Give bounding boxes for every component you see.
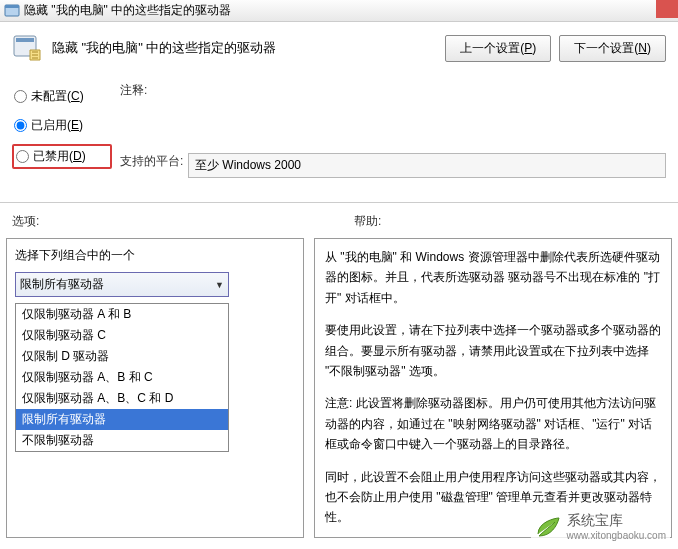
info-column: 注释: 支持的平台: 至少 Windows 2000 <box>120 82 666 188</box>
next-setting-button[interactable]: 下一个设置(N) <box>559 35 666 62</box>
config-area: 未配置(C) 已启用(E) 已禁用(D) 注释: 支持的平台: 至少 Windo… <box>0 78 678 196</box>
drive-combo[interactable]: 限制所有驱动器 ▼ <box>15 272 229 297</box>
help-paragraph: 要使用此设置，请在下拉列表中选择一个驱动器或多个驱动器的组合。要显示所有驱动器，… <box>325 320 661 381</box>
radio-enabled[interactable]: 已启用(E) <box>12 115 112 136</box>
list-item[interactable]: 仅限制驱动器 C <box>16 325 228 346</box>
radio-enabled-label: 已启用(E) <box>31 117 83 134</box>
divider <box>0 202 678 203</box>
platform-row: 支持的平台: 至少 Windows 2000 <box>120 153 666 178</box>
list-item[interactable]: 仅限制驱动器 A、B 和 C <box>16 367 228 388</box>
options-title: 选择下列组合中的一个 <box>15 247 295 264</box>
close-button[interactable] <box>656 0 678 18</box>
radio-disabled-label: 已禁用(D) <box>33 148 86 165</box>
radio-not-configured-input[interactable] <box>14 90 27 103</box>
window-title: 隐藏 "我的电脑" 中的这些指定的驱动器 <box>24 2 231 19</box>
list-item[interactable]: 仅限制驱动器 A、B、C 和 D <box>16 388 228 409</box>
window-icon <box>4 3 20 19</box>
watermark: 系统宝库 www.xitongbaoku.com <box>531 510 671 543</box>
radio-not-configured[interactable]: 未配置(C) <box>12 86 112 107</box>
radio-disabled[interactable]: 已禁用(D) <box>12 144 112 169</box>
list-item[interactable]: 不限制驱动器 <box>16 430 228 451</box>
prev-setting-button[interactable]: 上一个设置(P) <box>445 35 551 62</box>
radio-disabled-input[interactable] <box>16 150 29 163</box>
leaf-icon <box>535 516 561 538</box>
header-title: 隐藏 "我的电脑" 中的这些指定的驱动器 <box>52 39 445 57</box>
title-bar: 隐藏 "我的电脑" 中的这些指定的驱动器 <box>0 0 678 22</box>
platform-label: 支持的平台: <box>120 153 188 178</box>
panels: 选择下列组合中的一个 限制所有驱动器 ▼ 仅限制驱动器 A 和 B 仅限制驱动器… <box>0 238 678 538</box>
policy-icon <box>12 32 44 64</box>
help-panel: 从 "我的电脑" 和 Windows 资源管理器中删除代表所选硬件驱动器的图标。… <box>314 238 672 538</box>
radio-enabled-input[interactable] <box>14 119 27 132</box>
help-paragraph: 注意: 此设置将删除驱动器图标。用户仍可使用其他方法访问驱动器的内容，如通过在 … <box>325 393 661 454</box>
help-paragraph: 从 "我的电脑" 和 Windows 资源管理器中删除代表所选硬件驱动器的图标。… <box>325 247 661 308</box>
platform-value: 至少 Windows 2000 <box>188 153 666 178</box>
section-labels: 选项: 帮助: <box>0 213 678 238</box>
drive-combo-value: 限制所有驱动器 <box>20 276 104 293</box>
header: 隐藏 "我的电脑" 中的这些指定的驱动器 上一个设置(P) 下一个设置(N) <box>0 22 678 78</box>
nav-buttons: 上一个设置(P) 下一个设置(N) <box>445 35 666 62</box>
list-item[interactable]: 仅限制驱动器 A 和 B <box>16 304 228 325</box>
svg-rect-3 <box>16 38 34 42</box>
svg-rect-1 <box>5 5 19 8</box>
options-label: 选项: <box>12 213 324 230</box>
watermark-text: 系统宝库 www.xitongbaoku.com <box>567 512 667 541</box>
help-label: 帮助: <box>354 213 666 230</box>
radio-not-configured-label: 未配置(C) <box>31 88 84 105</box>
chevron-down-icon: ▼ <box>215 280 224 290</box>
comment-row: 注释: <box>120 82 666 99</box>
list-item[interactable]: 限制所有驱动器 <box>16 409 228 430</box>
drive-listbox[interactable]: 仅限制驱动器 A 和 B 仅限制驱动器 C 仅限制 D 驱动器 仅限制驱动器 A… <box>15 303 229 452</box>
options-panel: 选择下列组合中的一个 限制所有驱动器 ▼ 仅限制驱动器 A 和 B 仅限制驱动器… <box>6 238 304 538</box>
list-item[interactable]: 仅限制 D 驱动器 <box>16 346 228 367</box>
comment-label: 注释: <box>120 82 188 99</box>
state-radios: 未配置(C) 已启用(E) 已禁用(D) <box>12 86 112 188</box>
